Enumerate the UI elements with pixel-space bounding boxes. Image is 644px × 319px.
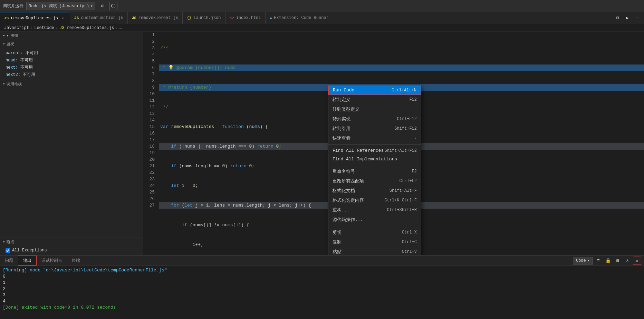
breakpoint-checkbox[interactable]	[6, 248, 10, 253]
variables-header[interactable]: ▾ ▾ 变量	[0, 32, 143, 40]
open-preview-button[interactable]: ▶	[623, 14, 632, 22]
ctx-rename-symbol[interactable]: 重命名符号 F2	[328, 167, 421, 176]
tab-launch[interactable]: {} launch.json	[183, 12, 225, 24]
ctx-source-action-label: 源代码操作...	[333, 217, 363, 223]
tab-indexhtml[interactable]: <> index.html	[225, 12, 266, 24]
lock-output-button[interactable]: 🔒	[604, 257, 612, 265]
tab-label: removeDuplicates.js	[11, 16, 58, 21]
output-line-4: 4	[3, 298, 641, 305]
tab-debug-console-label: 调试控制台	[41, 258, 62, 263]
ctx-find-all-refs-label: Find All References	[333, 148, 384, 153]
tab-problems[interactable]: 问题	[0, 256, 18, 266]
watch-section: ▾ 监视 parent: 不可用 head: 不可用 next: 不可用 nex…	[0, 40, 143, 80]
html-icon: <>	[230, 16, 234, 20]
ctx-format-sel-shortcut: Ctrl+K Ctrl+F	[384, 198, 417, 203]
watch-item-parent: parent: 不可用	[0, 49, 143, 57]
watch-collapse-icon: ▾	[3, 42, 5, 46]
run-config-select[interactable]: Node.js 调试 (Javascript) ▾	[26, 2, 95, 10]
ctx-paste[interactable]: 粘贴 Ctrl+V	[328, 247, 421, 255]
breakpoints-header[interactable]: ▾ 断点	[0, 238, 143, 246]
ctx-cut-label: 剪切	[333, 229, 342, 236]
tab-terminal[interactable]: 终端	[67, 256, 85, 266]
tab-output[interactable]: 输出	[18, 256, 37, 266]
output-line-2: 2	[3, 286, 641, 292]
breadcrumb-sep2: ›	[56, 26, 58, 30]
watch-label-head: head:	[6, 58, 20, 63]
callstack-collapse-icon: ▾	[3, 82, 5, 86]
ctx-source-action[interactable]: 源代码操作...	[328, 215, 421, 225]
maximize-panel-button[interactable]: ∧	[623, 257, 632, 265]
ctx-copy-shortcut: Ctrl+C	[402, 240, 417, 245]
watch-header[interactable]: ▾ 监视	[0, 40, 143, 48]
breakpoints-section: ▾ 断点 All Exceptions	[0, 238, 143, 255]
ctx-format-doc[interactable]: 格式化文档 Shift+Alt+F	[328, 186, 421, 196]
ctx-quick-view[interactable]: 快速查看 ›	[328, 133, 421, 143]
tab-label: Extension: Code Runner	[274, 16, 328, 20]
ctx-format-sel[interactable]: 格式化选定内容 Ctrl+K Ctrl+F	[328, 196, 421, 205]
split-editor-button[interactable]: ⊟	[614, 14, 622, 22]
ctx-format-doc-label: 格式化文档	[333, 188, 355, 194]
watch-value-head: 不可用	[20, 58, 33, 63]
ctx-find-all-refs[interactable]: Find All References Shift+Alt+F12	[328, 146, 421, 155]
ctx-goto-ref[interactable]: 转到引用 Shift+F12	[328, 124, 421, 133]
breadcrumb-part2[interactable]: LeetCode	[34, 26, 54, 30]
panel-spacer	[0, 88, 143, 238]
variables-label: ▾ 变量	[7, 33, 19, 38]
ctx-find-all-refs-shortcut: Shift+Alt+F12	[384, 148, 417, 153]
ctx-goto-def[interactable]: 转到定义 F12	[328, 95, 421, 104]
close-panel-button[interactable]: ✕	[633, 257, 641, 265]
restart-icon	[111, 3, 116, 8]
ctx-copy[interactable]: 复制 Ctrl+C	[328, 237, 421, 247]
output-line-3: 3	[3, 292, 641, 298]
ctx-cut-shortcut: Ctrl+X	[402, 230, 417, 235]
ctx-refactor[interactable]: 重构... Ctrl+Shift+R	[328, 205, 421, 215]
tab-output-label: 输出	[23, 258, 31, 263]
more-actions-button[interactable]: ⋯	[633, 14, 641, 22]
output-done-line: [Done] exited with code=0 in 0.072 secon…	[3, 305, 641, 311]
open-external-button[interactable]: ⊟	[614, 257, 622, 265]
editor-tabs: JS removeDuplicates.js ✕ JS customfuncti…	[0, 12, 644, 24]
main-area: ▾ ▾ 变量 ▾ 监视 parent: 不可用 head: 不可用 ne	[0, 32, 644, 255]
ctx-goto-type-def[interactable]: 转到类型定义	[328, 104, 421, 114]
callstack-header[interactable]: ▾ 调用堆栈	[0, 80, 143, 88]
ctx-goto-ref-label: 转到引用	[333, 126, 350, 132]
run-config-label: Node.js 调试 (Javascript)	[29, 3, 89, 9]
variables-collapse-icon: ▾	[3, 33, 5, 38]
output-line-0: 0	[3, 273, 641, 280]
tab-coderunner[interactable]: ≡ Extension: Code Runner	[266, 12, 333, 24]
bottom-panel-actions: Code ▾ ≡ 🔒 ⊟ ∧ ✕	[573, 256, 644, 266]
watch-label-next2: next2:	[6, 72, 23, 77]
ctx-goto-type-def-label: 转到类型定义	[333, 106, 359, 112]
ctx-run-code[interactable]: Run Code Ctrl+Alt+N	[328, 86, 421, 95]
ctx-refactor-label: 重构...	[333, 207, 349, 213]
watch-label-parent: parent:	[6, 51, 26, 56]
ctx-goto-impl[interactable]: 转到实现 Ctrl+F12	[328, 114, 421, 124]
tab-removeelement[interactable]: JS removeElement.js	[128, 12, 183, 24]
restart-debug-button[interactable]	[109, 2, 117, 10]
output-source-dropdown[interactable]: Code ▾	[573, 257, 593, 265]
watch-label-next: next:	[6, 65, 20, 70]
output-line-1: 1	[3, 280, 641, 286]
js-icon: JS	[132, 16, 136, 20]
tab-customfunction[interactable]: JS customfunction.js	[70, 12, 128, 24]
settings-button[interactable]: ⚙	[98, 2, 106, 10]
output-running-line: [Running] node "d:\Javascript\LeetCode\t…	[3, 267, 641, 273]
output-content: [Running] node "d:\Javascript\LeetCode\t…	[0, 266, 644, 319]
tab-debug-console[interactable]: 调试控制台	[37, 256, 67, 266]
json-icon: {}	[187, 16, 191, 20]
breakpoints-label: 断点	[7, 239, 14, 245]
breadcrumb-part1[interactable]: Javascript	[4, 26, 29, 30]
breadcrumb-part3[interactable]: JS removeDuplicates.js	[59, 26, 114, 30]
tab-close-button[interactable]: ✕	[60, 16, 66, 21]
clear-output-button[interactable]: ≡	[594, 257, 603, 265]
ctx-change-all[interactable]: 更改所有匹配项 Ctrl+F2	[328, 176, 421, 186]
ctx-cut[interactable]: 剪切 Ctrl+X	[328, 228, 421, 237]
breadcrumb-part4[interactable]: …	[119, 26, 122, 30]
callstack-section: ▾ 调用堆栈	[0, 80, 143, 88]
ctx-find-all-impl[interactable]: Find All Implementations	[328, 155, 421, 163]
breakpoint-all-exceptions[interactable]: All Exceptions	[0, 247, 143, 253]
ctx-copy-label: 复制	[333, 239, 342, 245]
code-editor[interactable]: 12345 678910 1112131415 1617181920 21222…	[143, 32, 644, 255]
tab-removeduplicates[interactable]: JS removeDuplicates.js ✕	[0, 12, 70, 24]
top-bar: 调试并运行 Node.js 调试 (Javascript) ▾ ⚙	[0, 0, 644, 12]
